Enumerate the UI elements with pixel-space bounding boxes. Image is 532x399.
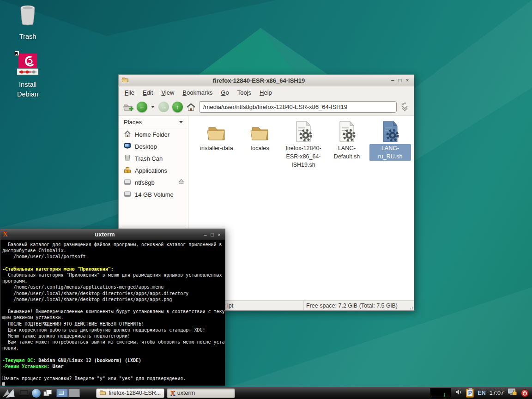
- history-dropdown-icon[interactable]: [151, 106, 155, 108]
- desktop-icon-install-debian[interactable]: Install Debian: [7, 53, 48, 99]
- shell-script-icon: [336, 121, 358, 143]
- terminal-line: Вам также может потребоваться выйти из с…: [2, 339, 224, 345]
- volume-icon[interactable]: [455, 388, 462, 398]
- file-label: installer-data: [200, 144, 233, 152]
- keyboard-layout-indicator[interactable]: EN: [478, 390, 485, 396]
- forward-button[interactable]: →: [158, 102, 169, 112]
- desktop-icon-trash[interactable]: Trash: [7, 4, 48, 42]
- file-item-lang-ru-ru-sh[interactable]: LANG-ru_RU.sh: [369, 121, 412, 169]
- file-label: LANG-Default.sh: [326, 144, 368, 161]
- workspace-1[interactable]: [56, 389, 68, 397]
- up-button[interactable]: ↑: [172, 102, 183, 112]
- menu-item-view[interactable]: View: [157, 88, 178, 97]
- trash-desktop-icon: [18, 4, 38, 30]
- uxterm-titlebar[interactable]: X uxterm – □ ×: [0, 229, 225, 240]
- place-label: Applications: [135, 167, 167, 174]
- xterm-icon: X: [170, 390, 175, 397]
- taskbar-button-uxterm[interactable]: X uxterm: [167, 388, 235, 398]
- terminal-cursor: [2, 382, 5, 386]
- terminal-line: /home/user/.local/share/desktop-director…: [2, 296, 224, 302]
- file-item-locales[interactable]: locales: [238, 121, 282, 169]
- clipboard-manager-icon[interactable]: P: [466, 388, 474, 398]
- terminal-line: ПОСЛЕ ПОДТВЕРЖДЕНИЯ ЭТО ДЕЙСТВИЕ НЕЛЬЗЯ …: [2, 321, 224, 327]
- minimize-button[interactable]: –: [389, 77, 396, 84]
- file-manager-titlebar[interactable]: firefox-12840-ESR-x86_64-ISH19 – □ ×: [119, 75, 414, 86]
- terminal-line: [2, 351, 224, 357]
- sidebar-item-trash-can[interactable]: Trash Can: [119, 152, 188, 164]
- places-header[interactable]: Places: [119, 116, 188, 128]
- close-button[interactable]: ×: [404, 77, 411, 84]
- cpu-monitor-icon[interactable]: [430, 388, 451, 398]
- clock[interactable]: 17:07: [490, 390, 504, 396]
- menu-item-edit[interactable]: Edit: [139, 88, 157, 97]
- taskbar-button-label: firefox-12840-ESR...: [109, 390, 161, 396]
- terminal-line: [2, 260, 224, 266]
- maximize-button[interactable]: □: [209, 231, 216, 238]
- sidebar-item-desktop[interactable]: Desktop: [119, 140, 188, 152]
- place-label: Trash Can: [135, 155, 163, 162]
- workspace-pager[interactable]: [56, 389, 80, 397]
- path-input[interactable]: [199, 101, 397, 113]
- menu-item-help[interactable]: Help: [255, 88, 276, 97]
- taskbar-button-label: uxterm: [177, 390, 195, 396]
- terminal-line: /home/user/.local/portsoft: [2, 254, 224, 260]
- menu-item-bookmarks[interactable]: Bookmarks: [178, 88, 217, 97]
- sidebar-item-applications[interactable]: Applications: [119, 164, 188, 176]
- jump-to-icon[interactable]: [400, 102, 410, 113]
- trash-icon: [124, 154, 131, 163]
- power-icon[interactable]: [521, 389, 529, 397]
- back-button[interactable]: ←: [137, 102, 147, 112]
- taskbar: firefox-12840-ESR... X uxterm P EN 17:07: [0, 387, 532, 399]
- folder-icon: [99, 389, 106, 397]
- sidebar-item-home-folder[interactable]: Home Folder: [119, 128, 188, 140]
- shell-script-icon: [292, 121, 314, 143]
- folder-icon: [249, 121, 271, 143]
- terminal-line: -Текущая ОС: Debian GNU/Linux 12 (bookwo…: [2, 357, 224, 363]
- place-label: Desktop: [135, 143, 157, 150]
- desktop-icon-label: Install Debian: [11, 80, 45, 99]
- file-item-installer-data[interactable]: installer-data: [195, 121, 238, 169]
- terminal-line: [2, 382, 224, 386]
- places-header-label: Places: [124, 119, 142, 126]
- window-folder-icon: [121, 76, 129, 85]
- lock-screen-icon[interactable]: [508, 388, 517, 399]
- home-button-icon[interactable]: [186, 102, 196, 113]
- chimbalix-menu-icon[interactable]: [2, 387, 17, 399]
- file-item-lang-default-sh[interactable]: LANG-Default.sh: [325, 121, 369, 169]
- taskbar-button-file-manager[interactable]: firefox-12840-ESR...: [96, 388, 164, 398]
- file-item-firefox-12840-esr-x86-64-ish19-sh[interactable]: firefox-12840-ESR-x86_64-ISH19.sh: [282, 121, 325, 169]
- toolbar: ← → ↑: [119, 98, 414, 116]
- menu-item-tools[interactable]: Tools: [233, 88, 255, 97]
- terminal-line: [2, 302, 224, 308]
- eject-icon[interactable]: [178, 179, 184, 186]
- desktop-icon-label: Trash: [11, 32, 45, 42]
- menu-item-file[interactable]: File: [121, 88, 139, 97]
- terminal-output[interactable]: Базовый каталог для размещения файлов пр…: [0, 240, 225, 386]
- resize-grip[interactable]: [408, 305, 413, 309]
- terminal-line: -Режим Установки: User: [2, 363, 224, 369]
- window-title: uxterm: [8, 231, 202, 238]
- window-title: firefox-12840-ESR-x86_64-ISH19: [129, 77, 389, 84]
- minimize-button[interactable]: –: [202, 231, 209, 238]
- sidebar-item-14-gb-volume[interactable]: 14 GB Volume: [119, 188, 188, 200]
- menubar: FileEditViewBookmarksGoToolsHelp: [119, 86, 414, 98]
- terminal-line: новки.: [2, 345, 224, 351]
- debian-installer-icon: [17, 53, 38, 79]
- maximize-button[interactable]: □: [396, 77, 404, 84]
- terminal-line: Меню также должно поддерживать подкатего…: [2, 333, 224, 339]
- sidebar-item-ntfs8gb[interactable]: ntfs8gb: [119, 176, 188, 188]
- desktop-icon: [124, 142, 131, 151]
- uxterm-window: X uxterm – □ × Базовый каталог для разме…: [0, 229, 225, 386]
- close-button[interactable]: ×: [216, 231, 223, 238]
- browser-launcher-icon[interactable]: [32, 387, 41, 399]
- terminal-line: /home/user/.config/menus/applications-me…: [2, 284, 224, 290]
- terminal-line: Базовый каталог для размещения файлов пр…: [2, 242, 224, 248]
- place-label: Home Folder: [135, 131, 169, 138]
- terminal-line: Внимание! Вышеперечисленные компоненты б…: [2, 308, 224, 314]
- menu-item-go[interactable]: Go: [217, 88, 233, 97]
- file-manager-launcher-icon[interactable]: [19, 387, 30, 399]
- show-desktop-icon[interactable]: [43, 387, 53, 399]
- new-tab-icon[interactable]: [123, 102, 133, 113]
- file-label: firefox-12840-ESR-x86_64-ISH19.sh: [283, 144, 324, 169]
- workspace-2[interactable]: [68, 389, 80, 397]
